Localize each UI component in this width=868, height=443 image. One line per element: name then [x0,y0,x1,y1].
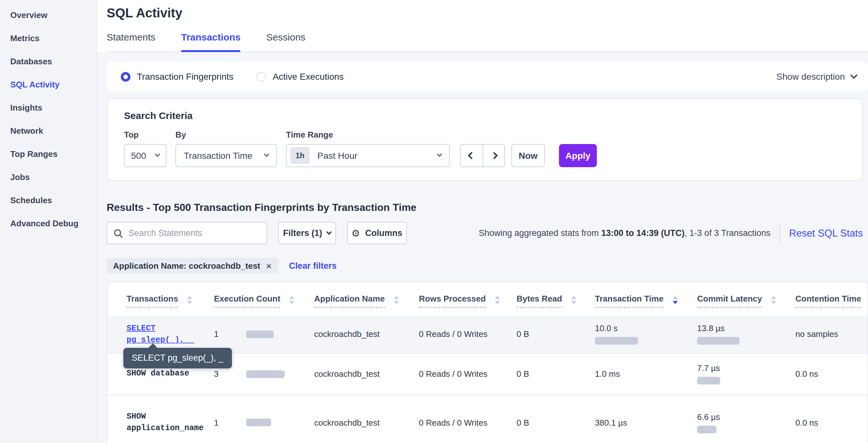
columns-button[interactable]: ⚙ Columns [347,222,407,244]
chevron-down-icon [264,152,270,157]
sort-icons [571,295,576,304]
table-header-row: Transactions Execution Count Application… [107,282,867,316]
filters-button-label: Filters (1) [283,228,322,238]
sidebar-item-overview[interactable]: Overview [0,4,96,27]
chevron-down-icon [437,152,442,157]
transaction-time-bar [595,337,638,345]
main-area: SQL Activity Statements Transactions Ses… [97,0,868,443]
execution-count-bar [246,330,274,338]
show-description-toggle[interactable]: Show description [776,71,857,82]
column-header-execution-count[interactable]: Execution Count [214,294,294,308]
application-name-value: cockroachdb_test [314,353,419,395]
bytes-read-value: 0 B [517,353,595,395]
execution-count-value: 1 [214,418,246,427]
application-name-value: cockroachdb_test [314,395,419,443]
sidebar-item-network[interactable]: Network [0,120,96,143]
commit-latency-value: 6.6 µs [697,412,790,422]
chevron-down-icon [850,72,858,79]
search-criteria-panel: Search Criteria Top 500 By Transaction T… [107,98,863,181]
sidebar-item-databases[interactable]: Databases [0,50,96,73]
tab-statements[interactable]: Statements [107,31,155,52]
stats-time-range: 13:00 to 14:39 (UTC) [601,228,685,238]
time-range-select[interactable]: 1h Past Hour [286,144,450,167]
time-range-label: Time Range [286,130,460,140]
gear-icon: ⚙ [351,227,360,239]
sql-activity-page: Overview Metrics Databases SQL Activity … [0,0,868,443]
tooltip-arrow [148,343,158,349]
apply-button[interactable]: Apply [559,144,597,167]
statement-tooltip: SELECT pg_sleep(_), _ [123,348,232,368]
top-label: Top [124,130,176,140]
sidebar-item-schedules[interactable]: Schedules [0,189,96,212]
table-row: SELECT pg_sleep(_), _ 1 cockroachdb_test… [107,316,867,353]
show-description-label: Show description [776,71,845,82]
column-header-bytes-read[interactable]: Bytes Read [517,294,576,308]
filters-button[interactable]: Filters (1) [278,222,336,244]
execution-count-bar [246,419,271,426]
radio-label: Transaction Fingerprints [137,71,234,82]
application-name-value: cockroachdb_test [314,316,419,353]
column-header-transactions[interactable]: Transactions [127,294,192,308]
execution-count-bar [246,370,285,378]
search-criteria-heading: Search Criteria [124,110,847,121]
vertical-divider [779,224,780,243]
by-select-value: Transaction Time [184,150,252,161]
search-icon [114,229,123,238]
sort-icons [187,295,192,304]
contention-time-value: no samples [796,316,867,353]
transaction-time-value: 1.0 ms [595,369,692,379]
time-range-badge: 1h [290,147,310,164]
transaction-fingerprint-link[interactable]: SELECT pg_sleep(_), _ [127,322,209,346]
sidebar-nav: Overview Metrics Databases SQL Activity … [0,0,97,443]
transaction-fingerprint-text[interactable]: SHOW database [127,370,189,378]
by-field-group: By Transaction Time [176,130,286,167]
tab-sessions[interactable]: Sessions [266,31,306,52]
time-range-value: Past Hour [317,150,358,161]
tab-transactions[interactable]: Transactions [181,31,241,52]
time-range-group: Time Range 1h Past Hour [286,130,460,167]
column-header-commit-latency[interactable]: Commit Latency [697,294,776,308]
bytes-read-value: 0 B [517,395,595,443]
rows-processed-value: 0 Reads / 0 Writes [419,353,517,395]
sidebar-item-advanced-debug[interactable]: Advanced Debug [0,212,96,235]
sidebar-item-top-ranges[interactable]: Top Ranges [0,143,96,166]
column-header-transaction-time[interactable]: Transaction Time [595,294,678,308]
now-button[interactable]: Now [512,144,545,167]
radio-transaction-fingerprints[interactable]: Transaction Fingerprints [121,71,234,82]
page-header: SQL Activity Statements Transactions Ses… [97,0,868,52]
sidebar-item-jobs[interactable]: Jobs [0,166,96,189]
column-header-contention-time[interactable]: Contention Time [796,294,861,308]
results-toolbar: Filters (1) ⚙ Columns Showing aggregated… [107,222,863,244]
contention-time-value: 0.0 ns [796,395,867,443]
sort-icons-active [672,295,678,304]
aggregated-stats-text: Showing aggregated stats from 13:00 to 1… [479,228,770,238]
column-header-application-name[interactable]: Application Name [314,294,399,308]
top-select[interactable]: 500 [124,144,166,167]
top-select-value: 500 [131,150,146,161]
close-icon[interactable]: × [266,261,272,270]
search-criteria-controls: Top 500 By Transaction Time [124,130,847,167]
sidebar-item-insights[interactable]: Insights [0,96,96,120]
top-field-group: Top 500 [124,130,176,167]
search-statements-box [107,222,267,244]
transaction-fingerprint-text[interactable]: SHOW application_name [127,412,204,433]
commit-latency-bar [697,337,740,345]
sidebar-item-metrics[interactable]: Metrics [0,27,96,50]
column-header-rows-processed[interactable]: Rows Processed [419,294,500,308]
by-select[interactable]: Transaction Time [176,144,277,167]
sort-icons [771,295,776,304]
sidebar-item-sql-activity[interactable]: SQL Activity [0,73,96,96]
bytes-read-value: 0 B [517,316,595,353]
sort-icons [394,295,399,304]
next-time-window-button[interactable] [483,145,504,167]
sort-icons [495,295,500,304]
clear-filters-link[interactable]: Clear filters [289,261,337,270]
reset-sql-stats-link[interactable]: Reset SQL Stats [789,227,863,239]
execution-count-value: 3 [214,369,246,379]
transactions-table-panel: Transactions Execution Count Application… [107,282,868,443]
contention-time-value: 0.0 ns [796,353,867,395]
search-statements-input[interactable] [128,228,260,238]
commit-latency-value: 7.7 µs [697,363,790,373]
radio-active-executions[interactable]: Active Executions [257,71,344,82]
previous-time-window-button[interactable] [461,145,483,167]
